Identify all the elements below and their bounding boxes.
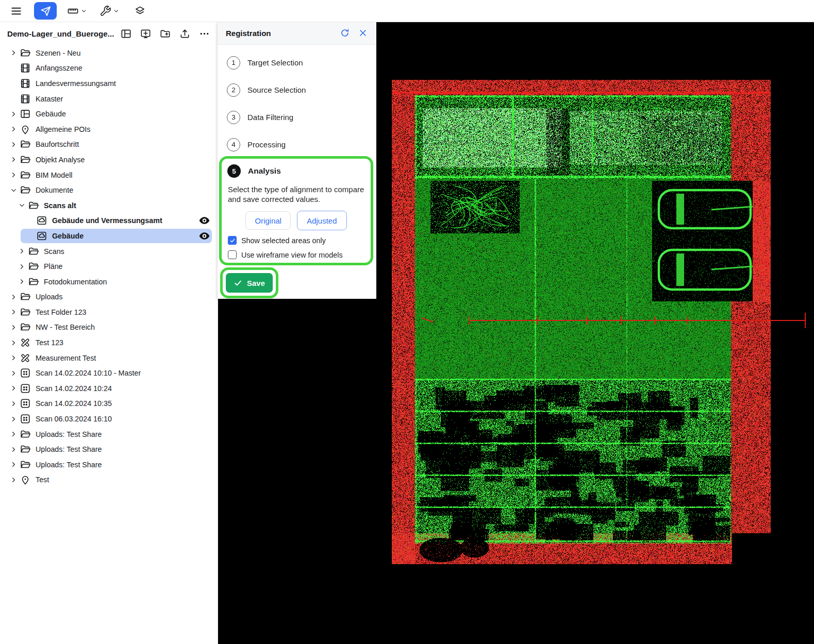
step-label: Target Selection bbox=[247, 58, 303, 67]
utilities-tool-button[interactable] bbox=[97, 2, 122, 20]
step-target-selection[interactable]: 1Target Selection bbox=[218, 49, 376, 76]
chevron-right-icon[interactable] bbox=[7, 428, 20, 440]
show-selected-areas-checkbox-row[interactable]: Show selected areas only bbox=[228, 236, 371, 245]
tree-item-bim-modell[interactable]: BIM Modell bbox=[0, 167, 218, 183]
chevron-right-icon[interactable] bbox=[7, 47, 20, 59]
tree-item-geb-ude[interactable]: Gebäude bbox=[0, 106, 218, 122]
save-button[interactable]: Save bbox=[226, 273, 273, 293]
upload-icon[interactable] bbox=[179, 28, 191, 40]
tree-item-anfangsszene[interactable]: Anfangsszene bbox=[0, 61, 218, 76]
chevron-right-icon[interactable] bbox=[7, 367, 20, 379]
step-processing[interactable]: 4Processing bbox=[218, 131, 376, 158]
chevron-down-icon[interactable] bbox=[7, 184, 20, 196]
tree-item-test[interactable]: Test bbox=[0, 472, 218, 488]
chevron-right-icon[interactable] bbox=[7, 352, 20, 364]
chevron-right-icon[interactable] bbox=[7, 397, 20, 410]
folder-icon bbox=[20, 307, 31, 318]
tree-item-landesvermessungsamt[interactable]: Landesvermessungsamt bbox=[0, 76, 218, 91]
chevron-right-icon[interactable] bbox=[15, 260, 28, 273]
visibility-eye-icon[interactable] bbox=[198, 214, 211, 227]
tree-item-baufortschritt[interactable]: Baufortschritt bbox=[0, 137, 218, 152]
tree-item-objekt-analyse[interactable]: Objekt Analyse bbox=[0, 152, 218, 167]
wrench-icon bbox=[99, 5, 111, 17]
layout-view-icon[interactable] bbox=[120, 28, 132, 40]
film-icon bbox=[20, 93, 31, 105]
tree-item-scans-alt[interactable]: Scans alt bbox=[0, 198, 218, 213]
checkbox-unchecked-icon[interactable] bbox=[228, 250, 237, 259]
close-icon[interactable] bbox=[358, 28, 368, 38]
chevron-right-icon[interactable] bbox=[7, 154, 20, 166]
tree-item-allgemeine-pois[interactable]: Allgemeine POIs bbox=[0, 122, 218, 137]
chevron-down-icon[interactable] bbox=[15, 199, 28, 212]
wireframe-view-checkbox-row[interactable]: Use wireframe view for models bbox=[228, 250, 371, 259]
chevron-right-icon[interactable] bbox=[15, 245, 28, 258]
folder-icon bbox=[20, 321, 31, 333]
step-data-filtering[interactable]: 3Data Filtering bbox=[218, 104, 376, 131]
original-button[interactable]: Original bbox=[245, 211, 291, 230]
tree-item-uploads-test-share[interactable]: Uploads: Test Share bbox=[0, 442, 218, 457]
chevron-spacer bbox=[24, 214, 36, 227]
analysis-highlight-annotation: 5 Analysis Select the type of alignment … bbox=[219, 156, 373, 265]
tree-item-scan-14-02-2024-10-35[interactable]: Scan 14.02.2024 10:35 bbox=[0, 396, 218, 412]
add-scene-icon[interactable] bbox=[140, 28, 152, 40]
checkbox-label: Show selected areas only bbox=[241, 236, 326, 245]
refresh-icon[interactable] bbox=[340, 28, 350, 38]
wizard-steps: 1Target Selection2Source Selection3Data … bbox=[218, 45, 376, 158]
chevron-right-icon[interactable] bbox=[7, 321, 20, 333]
add-folder-icon[interactable] bbox=[159, 28, 171, 40]
more-options-icon[interactable] bbox=[198, 28, 210, 40]
chevron-right-icon[interactable] bbox=[7, 108, 20, 120]
tree-item-measurement-test[interactable]: Measurement Test bbox=[0, 350, 218, 366]
checkbox-checked-icon[interactable] bbox=[228, 236, 237, 245]
chevron-right-icon[interactable] bbox=[7, 473, 20, 486]
step-source-selection[interactable]: 2Source Selection bbox=[218, 76, 376, 104]
step-label: Processing bbox=[247, 140, 286, 149]
chevron-right-icon[interactable] bbox=[7, 123, 20, 135]
chevron-right-icon[interactable] bbox=[7, 169, 20, 181]
tree-item-geb-ude[interactable]: Gebäude bbox=[0, 228, 218, 244]
tree-item-test-folder-123[interactable]: Test Folder 123 bbox=[0, 304, 218, 320]
visibility-eye-icon[interactable] bbox=[198, 229, 211, 242]
folder-icon bbox=[20, 291, 31, 302]
measure-tool-button[interactable] bbox=[65, 2, 89, 20]
selected-row-highlight bbox=[21, 229, 212, 243]
tree-item-test-123[interactable]: Test 123 bbox=[0, 335, 218, 350]
tree-item-uploads-test-share[interactable]: Uploads: Test Share bbox=[0, 427, 218, 442]
tree-item-uploads[interactable]: Uploads bbox=[0, 290, 218, 305]
chevron-spacer bbox=[24, 230, 36, 242]
tree-item-scan-14-02-2024-10-24[interactable]: Scan 14.02.2024 10:24 bbox=[0, 381, 218, 396]
tree-item-geb-ude-und-vermessungsamt[interactable]: Gebäude und Vermessungsamt bbox=[0, 213, 218, 229]
select-tool-button[interactable] bbox=[34, 2, 57, 20]
chevron-right-icon[interactable] bbox=[15, 276, 28, 288]
tree-item-uploads-test-share[interactable]: Uploads: Test Share bbox=[0, 457, 218, 472]
step-analysis[interactable]: 5 Analysis bbox=[222, 159, 371, 178]
chevron-right-icon[interactable] bbox=[7, 138, 20, 150]
tree-item-scan-14-02-2024-10-10-master[interactable]: Scan 14.02.2024 10:10 - Master bbox=[0, 365, 218, 381]
alignment-buttons: Original Adjusted bbox=[222, 211, 371, 230]
chevron-right-icon[interactable] bbox=[7, 291, 20, 303]
tree-item-fotodokumentation[interactable]: Fotodokumentation bbox=[0, 274, 218, 290]
tree-item-szenen-neu[interactable]: Szenen - Neu bbox=[0, 45, 218, 61]
pin-icon bbox=[20, 124, 31, 135]
tree-item-nw-test-bereich[interactable]: NW - Test Bereich bbox=[0, 320, 218, 335]
adjusted-button[interactable]: Adjusted bbox=[297, 211, 346, 230]
tree-item-pl-ne[interactable]: Pläne bbox=[0, 259, 218, 274]
panel-title: Registration bbox=[226, 29, 271, 38]
chevron-right-icon[interactable] bbox=[7, 382, 20, 395]
tree-item-dokumente[interactable]: Dokumente bbox=[0, 182, 218, 198]
table-icon bbox=[20, 108, 31, 120]
chevron-right-icon[interactable] bbox=[7, 336, 20, 349]
chevron-right-icon[interactable] bbox=[7, 443, 20, 455]
chevron-right-icon[interactable] bbox=[7, 306, 20, 318]
tree-item-scans[interactable]: Scans bbox=[0, 244, 218, 259]
layers-tool-button[interactable] bbox=[131, 2, 148, 20]
analysis-description: Select the type of alignment to compare … bbox=[222, 178, 371, 204]
scan-icon bbox=[20, 413, 31, 425]
tree-item-kataster[interactable]: Kataster bbox=[0, 91, 218, 107]
chevron-right-icon[interactable] bbox=[7, 413, 20, 425]
step-number-badge: 2 bbox=[227, 83, 240, 97]
menu-button[interactable] bbox=[8, 2, 24, 20]
chevron-right-icon[interactable] bbox=[7, 459, 20, 471]
ruler-icon bbox=[67, 5, 79, 17]
tree-item-scan-06-03-2024-16-10[interactable]: Scan 06.03.2024 16:10 bbox=[0, 411, 218, 427]
